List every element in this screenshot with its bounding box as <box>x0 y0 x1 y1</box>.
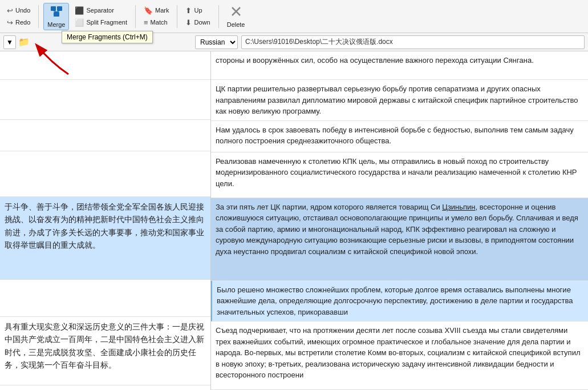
right-cell-4: За эти пять лет ЦК партии, ядром которог… <box>211 198 588 281</box>
undo-icon: ↩ <box>7 6 13 15</box>
merge-icon <box>50 5 63 21</box>
left-cell-3 <box>0 151 210 197</box>
left-cell-4: 于斗争、善于斗争，团结带领全党全军全国各族人民迎接挑战、以奋发有为的精神把新时代… <box>0 197 210 280</box>
up-icon: ⬆ <box>185 6 192 15</box>
right-panel: стороны и вооружённых сил, особо на осущ… <box>211 51 588 390</box>
undo-button[interactable]: ↩ Undo <box>3 5 34 16</box>
mark-button[interactable]: 🔖 Mark <box>140 5 172 16</box>
language-select[interactable]: Russian English Chinese <box>195 35 238 49</box>
split-fragment-label: Split Fragment <box>86 19 127 26</box>
undo-redo-group: ↩ Undo ↪ Redo <box>3 5 34 28</box>
up-button[interactable]: ⬆ Up <box>182 5 213 16</box>
right-cell-6: Съезд подчеркивает, что на протяжении де… <box>211 321 588 390</box>
sep1 <box>38 5 39 28</box>
up-label: Up <box>194 7 202 14</box>
right-cell-0: стороны и вооружённых сил, особо на осущ… <box>211 51 588 80</box>
down-label: Down <box>194 19 210 26</box>
sep2 <box>135 5 136 28</box>
svg-rect-1 <box>57 6 62 11</box>
match-label: Match <box>151 19 168 26</box>
folder-button[interactable]: 📁 <box>18 37 30 47</box>
redo-button[interactable]: ↪ Redo <box>3 17 34 28</box>
delete-icon <box>230 5 242 21</box>
down-icon: ⬇ <box>185 18 192 27</box>
main-content: 于斗争、善于斗争，团结带领全党全军全国各族人民迎接挑战、以奋发有为的精神把新时代… <box>0 51 588 390</box>
left-panel: 于斗争、善于斗争，团结带领全党全军全国各族人民迎接挑战、以奋发有为的精神把新时代… <box>0 51 211 390</box>
merge-tooltip: Merge Fragments (Ctrl+M) <box>62 31 153 43</box>
undo-redo-buttons: ↩ Undo ↪ Redo <box>3 5 34 28</box>
mark-label: Mark <box>155 7 169 14</box>
redo-label: Redo <box>15 19 30 26</box>
left-cell-1 <box>0 80 210 120</box>
left-cell-6: 具有重大现实意义和深远历史意义的三件大事：一是庆祝中国共产党成立一百周年，二是中… <box>0 317 210 385</box>
split-fragment-icon: ⬜ <box>75 18 84 27</box>
merge-label: Merge <box>47 21 65 28</box>
right-cell-1: ЦК партии решительно развертывал серьезн… <box>211 80 588 121</box>
down-button[interactable]: ⬇ Down <box>182 17 213 28</box>
left-cell-0 <box>0 51 210 80</box>
up-down-group: ⬆ Up ⬇ Down <box>182 5 213 28</box>
svg-rect-0 <box>51 6 56 11</box>
delete-button[interactable]: Delete <box>224 3 249 30</box>
mark-match-group: 🔖 Mark ≡ Match <box>140 5 172 28</box>
right-cell-3: Реализовав намеченную к столетию КПК цел… <box>211 152 588 198</box>
left-cell-5 <box>0 280 210 317</box>
dropdown-left[interactable]: ▼ <box>3 35 16 49</box>
sep4 <box>218 5 219 28</box>
match-icon: ≡ <box>144 18 148 27</box>
right-cell-5: Было решено множество сложнейших проблем… <box>211 281 588 322</box>
toolbar-row1: ↩ Undo ↪ Redo Merge ⬛ Separator <box>0 0 588 33</box>
separator-button[interactable]: ⬛ Separator <box>71 5 131 16</box>
file-path-display: C:\Users\91016\Desktop\二十大决议俄语版.docx <box>241 35 585 49</box>
separator-icon: ⬛ <box>75 6 84 15</box>
undo-label: Undo <box>15 7 30 14</box>
sep3 <box>177 5 177 28</box>
svg-line-3 <box>54 11 56 12</box>
match-button[interactable]: ≡ Match <box>140 17 172 28</box>
separator-split-group: ⬛ Separator ⬜ Split Fragment <box>71 5 131 28</box>
left-cell-2 <box>0 120 210 151</box>
svg-rect-2 <box>54 12 59 17</box>
separator-label: Separator <box>86 7 113 14</box>
merge-button[interactable]: Merge <box>43 3 69 30</box>
delete-label: Delete <box>227 21 245 28</box>
split-fragment-button[interactable]: ⬜ Split Fragment <box>71 17 131 28</box>
svg-line-4 <box>56 11 59 12</box>
mark-icon: 🔖 <box>144 6 153 15</box>
redo-icon: ↪ <box>7 18 13 27</box>
right-cell-2: Нам удалось в срок завоевать победу в ин… <box>211 121 588 152</box>
dropdown-arrow: ▼ <box>6 38 13 46</box>
